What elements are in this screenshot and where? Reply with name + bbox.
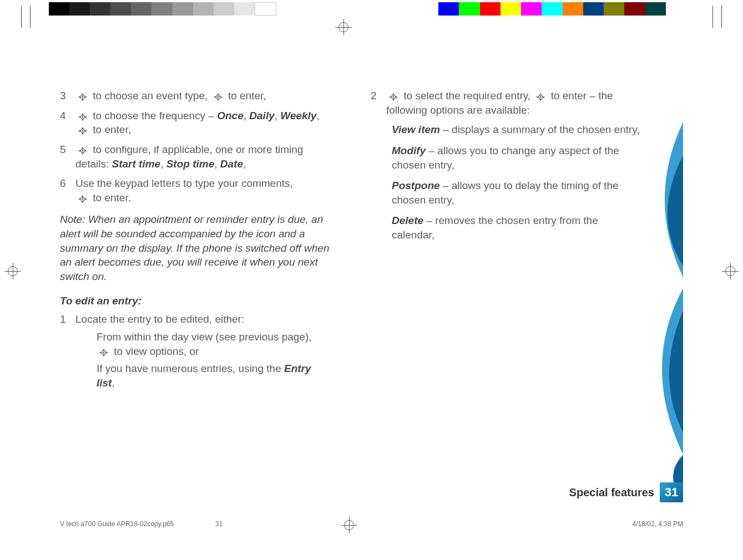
nav-key-icon — [387, 91, 400, 101]
edit-entry-heading: To edit an entry: — [60, 294, 332, 308]
nav-key-icon — [534, 91, 547, 101]
nav-key-icon — [77, 91, 89, 101]
crop-mark — [712, 6, 713, 28]
edit-step-1: 1 Locate the entry to be edited, either:… — [60, 312, 332, 393]
print-metadata: V tech a700 Guide APR18-02copy.p65 31 4/… — [60, 520, 683, 528]
step-5: 5 to configure, if applicable, one or mo… — [60, 142, 332, 171]
registration-mark-icon — [8, 266, 18, 276]
note-text: Note: When an appointment or reminder en… — [60, 212, 332, 283]
nav-key-icon — [77, 194, 89, 203]
step-4: 4 to choose the frequency – Once, Daily,… — [60, 109, 332, 137]
crop-mark — [721, 6, 722, 28]
edit-sub-option: From within the day view (see previous p… — [97, 330, 332, 358]
page-content: 3 to choose an event type, to enter, 4 t… — [60, 89, 643, 399]
page-number-badge: 31 — [660, 482, 683, 502]
edit-sub-option: If you have numerous entries, using the … — [97, 362, 332, 390]
left-column: 3 to choose an event type, to enter, 4 t… — [60, 89, 332, 399]
decorative-swoosh — [635, 122, 683, 499]
option-view-item: View item – displays a summary of the ch… — [392, 123, 643, 137]
section-title: Special features — [569, 486, 654, 499]
step-6: 6 Use the keypad letters to type your co… — [60, 176, 332, 205]
source-file: V tech a700 Guide APR18-02copy.p65 — [60, 520, 174, 528]
nav-key-icon — [212, 91, 224, 101]
nav-key-icon — [77, 111, 89, 121]
grayscale-calibration-strip — [49, 2, 276, 16]
option-delete: Delete – removes the chosen entry from t… — [392, 213, 643, 242]
crop-mark — [21, 6, 22, 28]
option-postpone: Postpone – allows you to delay the timin… — [392, 179, 643, 207]
options-list: View item – displays a summary of the ch… — [371, 123, 643, 242]
color-calibration-strip — [438, 2, 666, 16]
option-modify: Modify – allows you to change any aspect… — [392, 144, 643, 172]
nav-key-icon — [77, 125, 89, 135]
registration-mark-icon — [725, 266, 735, 276]
registration-mark-icon — [338, 22, 348, 32]
edit-step-2: 2 to select the required entry, to enter… — [371, 89, 643, 117]
right-column: 2 to select the required entry, to enter… — [371, 89, 643, 399]
sheet-number: 31 — [215, 520, 223, 528]
step-3: 3 to choose an event type, to enter, — [60, 89, 332, 103]
nav-key-icon — [77, 145, 89, 155]
print-datetime: 4/18/02, 4:38 PM — [633, 520, 683, 528]
page-footer: Special features 31 — [60, 482, 683, 502]
nav-key-icon — [98, 347, 110, 357]
crop-mark — [30, 6, 31, 28]
